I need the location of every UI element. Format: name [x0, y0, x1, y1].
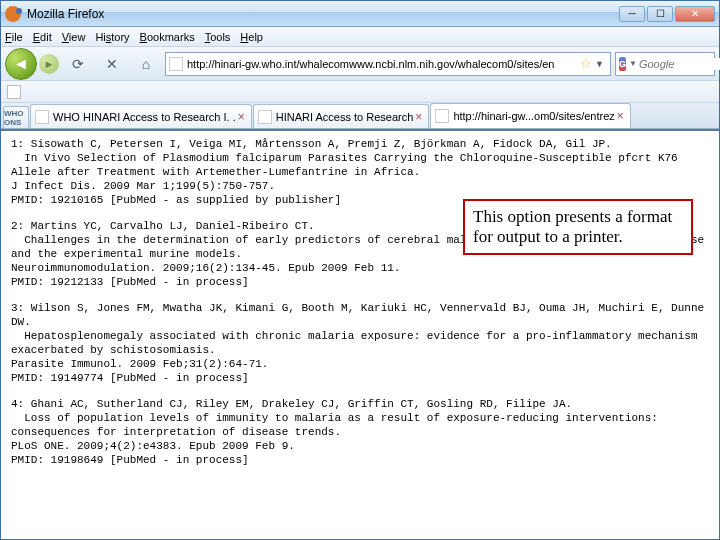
tab-1[interactable]: HINARI Access to Research × [253, 104, 430, 128]
results-listing: 1: Sisowath C, Petersen I, Veiga MI, Mår… [1, 131, 719, 485]
menu-tools[interactable]: Tools [205, 31, 231, 43]
bookmark-toolbar [1, 81, 719, 103]
tab-strip: WHO ONS WHO HINARI Access to Research I.… [1, 103, 719, 129]
search-bar[interactable]: G ▼ [615, 52, 715, 76]
home-icon: ⌂ [142, 56, 150, 72]
menu-view[interactable]: View [62, 31, 86, 43]
reload-button[interactable]: ⟳ [63, 50, 93, 78]
tab-favicon [258, 110, 272, 124]
firefox-icon [5, 6, 21, 22]
menu-file[interactable]: File [5, 31, 23, 43]
window-title: Mozilla Firefox [27, 7, 619, 21]
annotation-callout: This option presents a format for output… [463, 199, 693, 255]
bookmark-star-icon[interactable]: ☆ [580, 56, 592, 71]
result-entry: 3: Wilson S, Jones FM, Mwatha JK, Kimani… [11, 301, 709, 385]
close-button[interactable]: ✕ [675, 6, 715, 22]
tab-close-icon[interactable]: × [236, 110, 247, 124]
tab-label: http://hinari-gw...om0/sites/entrez [453, 110, 614, 122]
search-engine-dropdown-icon[interactable]: ▼ [629, 59, 639, 68]
tab-2[interactable]: http://hinari-gw...om0/sites/entrez × [430, 103, 630, 128]
tab-label: HINARI Access to Research [276, 111, 414, 123]
tab-0[interactable]: WHO HINARI Access to Research I. . × [30, 104, 252, 128]
maximize-button[interactable]: ☐ [647, 6, 673, 22]
page-content: 1: Sisowath C, Petersen I, Veiga MI, Mår… [1, 129, 719, 539]
tab-favicon [35, 110, 49, 124]
google-icon: G [619, 57, 626, 71]
address-bar[interactable]: ☆ ▼ [165, 52, 611, 76]
menu-bookmarks[interactable]: Bookmarks [140, 31, 195, 43]
url-input[interactable] [187, 53, 580, 75]
result-entry: 1: Sisowath C, Petersen I, Veiga MI, Mår… [11, 137, 709, 207]
menu-bar: File Edit View History Bookmarks Tools H… [1, 27, 719, 47]
tab-favicon [435, 109, 449, 123]
menu-help[interactable]: Help [240, 31, 263, 43]
tab-close-icon[interactable]: × [615, 109, 626, 123]
back-button[interactable]: ◄ [5, 48, 37, 80]
menu-history[interactable]: History [95, 31, 129, 43]
forward-button[interactable]: ► [39, 54, 59, 74]
url-dropdown-icon[interactable]: ▼ [592, 59, 607, 69]
stop-button[interactable]: ✕ [97, 50, 127, 78]
stop-icon: ✕ [106, 56, 118, 72]
window-titlebar: Mozilla Firefox ─ ☐ ✕ [1, 1, 719, 27]
site-favicon [169, 57, 183, 71]
search-input[interactable] [639, 58, 720, 70]
minimize-button[interactable]: ─ [619, 6, 645, 22]
result-entry: 4: Ghani AC, Sutherland CJ, Riley EM, Dr… [11, 397, 709, 467]
menu-edit[interactable]: Edit [33, 31, 52, 43]
tab-close-icon[interactable]: × [413, 110, 424, 124]
blank-page-icon[interactable] [7, 85, 21, 99]
home-button[interactable]: ⌂ [131, 50, 161, 78]
reload-icon: ⟳ [72, 56, 84, 72]
tab-scroll-left[interactable]: WHO ONS [3, 106, 29, 128]
nav-toolbar: ◄ ► ⟳ ✕ ⌂ ☆ ▼ G ▼ [1, 47, 719, 81]
tab-label: WHO HINARI Access to Research I. . [53, 111, 236, 123]
